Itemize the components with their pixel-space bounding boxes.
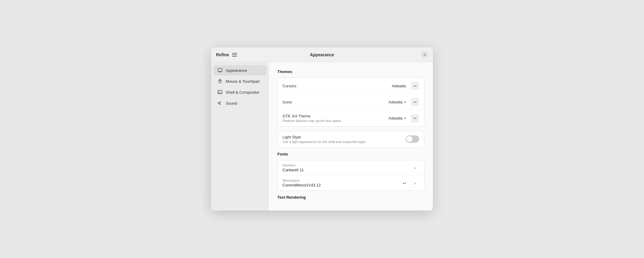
icons-label: Icons	[283, 100, 389, 104]
sidebar-label-appearance: Appearance	[226, 68, 247, 73]
monospace-font-info: Monospace CommitMonoV143 12	[283, 179, 400, 187]
app-title: Refine	[216, 52, 229, 57]
main-window: Refine Appearance × Appearance	[211, 47, 433, 211]
light-style-toggle[interactable]	[406, 135, 419, 143]
cursors-value: Adwaita	[392, 84, 406, 88]
gtk-reset-button[interactable]: ↩	[411, 114, 419, 123]
close-button[interactable]: ×	[421, 51, 428, 58]
gtk-dropdown-arrow: ▾	[404, 117, 406, 120]
shell-icon	[217, 89, 223, 95]
fonts-card: Interface Cantarell 11 › Monospace Commi…	[277, 160, 424, 191]
light-style-text: Light Style Use a light appearance for t…	[283, 135, 406, 144]
gtk-theme-label-group: GTK 3/4 Theme Platform libraries may ign…	[283, 114, 389, 123]
light-style-row: Light Style Use a light appearance for t…	[278, 131, 424, 147]
icons-reset-button[interactable]: ↩	[411, 98, 419, 106]
monospace-font-forward-button[interactable]: ›	[411, 179, 419, 187]
window-body: Appearance Mouse & Touchpad	[211, 62, 433, 211]
light-style-description: Use a light appearance for the shell and…	[283, 140, 406, 144]
svg-rect-0	[218, 68, 222, 71]
gtk-theme-value: Adwaita	[389, 116, 402, 120]
interface-font-label: Interface	[283, 163, 411, 167]
mouse-icon	[217, 78, 223, 84]
icons-dropdown-arrow: ▾	[404, 100, 406, 104]
text-rendering-section-title: Text Rendering	[277, 195, 424, 200]
svg-rect-1	[219, 72, 221, 72]
light-style-card: Light Style Use a light appearance for t…	[277, 131, 424, 148]
gtk-theme-row: GTK 3/4 Theme Platform libraries may ign…	[278, 110, 424, 126]
interface-font-forward-button[interactable]: ›	[411, 164, 419, 172]
sidebar-item-appearance[interactable]: Appearance	[214, 65, 266, 75]
interface-font-row[interactable]: Interface Cantarell 11 ›	[278, 160, 424, 176]
page-title: Appearance	[310, 52, 334, 57]
icons-value-group: Adwaita ▾ ↩	[389, 98, 419, 106]
monospace-font-label: Monospace	[283, 179, 400, 182]
svg-marker-8	[218, 102, 220, 105]
monospace-font-reset-button[interactable]: ↩	[400, 179, 409, 187]
cursors-value-group: Adwaita ↩	[392, 82, 419, 90]
monospace-font-name: CommitMonoV143 12	[283, 183, 400, 187]
menu-button[interactable]	[232, 53, 237, 57]
themes-card: Cursors Adwaita ↩ Icons Adwaita ▾ ↩	[277, 78, 424, 127]
cursors-row: Cursors Adwaita ↩	[278, 78, 424, 94]
fonts-section-title: Fonts	[277, 152, 424, 156]
interface-font-name: Cantarell 11	[283, 168, 411, 172]
light-style-label: Light Style	[283, 135, 406, 139]
monospace-font-actions: ↩ ›	[400, 179, 419, 187]
gtk-theme-label: GTK 3/4 Theme	[283, 114, 389, 118]
interface-font-actions: ›	[411, 164, 419, 172]
titlebar: Refine Appearance ×	[211, 47, 433, 62]
cursors-label: Cursors	[283, 84, 392, 88]
sidebar-item-sound[interactable]: Sound	[214, 98, 266, 108]
interface-font-info: Interface Cantarell 11	[283, 163, 411, 172]
icons-row: Icons Adwaita ▾ ↩	[278, 94, 424, 110]
icons-value: Adwaita	[389, 100, 402, 104]
sidebar-label-sound: Sound	[226, 101, 237, 106]
sidebar-label-shell: Shell & Compositor	[226, 90, 259, 95]
sidebar-label-mouse: Mouse & Touchpad	[226, 79, 259, 84]
cursors-reset-button[interactable]: ↩	[411, 82, 419, 90]
main-content: Themes Cursors Adwaita ↩ Icons Adwaita ▾	[269, 62, 433, 211]
monospace-font-row[interactable]: Monospace CommitMonoV143 12 ↩ ›	[278, 176, 424, 190]
sidebar-item-shell[interactable]: Shell & Compositor	[214, 87, 266, 97]
gtk-value-group: Adwaita ▾ ↩	[389, 114, 419, 123]
appearance-icon	[217, 68, 223, 73]
sidebar-item-mouse[interactable]: Mouse & Touchpad	[214, 76, 266, 86]
gtk-theme-sublabel: Platform libraries may ignore this optio…	[283, 119, 389, 123]
sidebar: Appearance Mouse & Touchpad	[211, 62, 269, 211]
sound-icon	[217, 100, 223, 106]
themes-section-title: Themes	[277, 69, 424, 74]
titlebar-left: Refine	[216, 52, 237, 57]
